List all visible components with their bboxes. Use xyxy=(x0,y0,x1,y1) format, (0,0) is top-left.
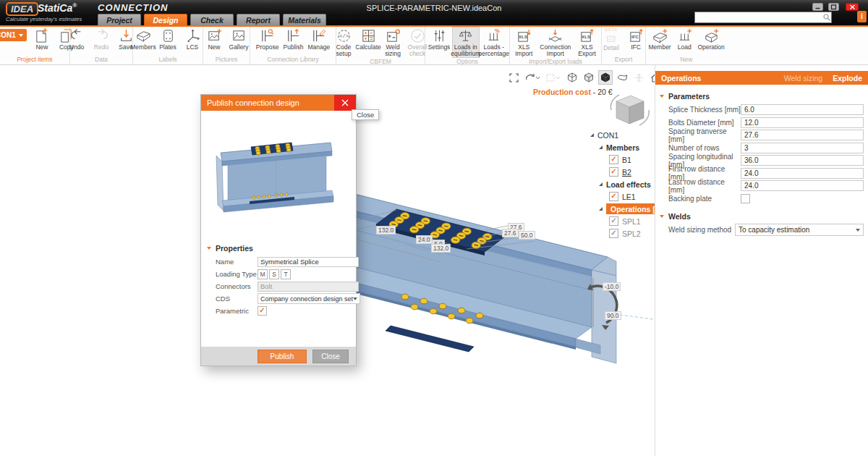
info-button[interactable]: i xyxy=(857,11,867,22)
tree-group-operations[interactable]: Operations [P] xyxy=(590,203,654,215)
explode-action[interactable]: Explode xyxy=(833,74,862,83)
tree-item-b1[interactable]: ✓ B1 xyxy=(590,153,654,166)
publish-button[interactable]: Publish xyxy=(281,27,305,51)
weld-sizing-action[interactable]: Weld sizing xyxy=(784,74,823,83)
parametric-checkbox[interactable]: ✓ xyxy=(258,306,267,316)
expander-icon[interactable] xyxy=(590,133,594,137)
minimize-icon xyxy=(814,4,821,10)
expander-icon[interactable] xyxy=(599,145,603,149)
production-cost: Production cost - 20 € xyxy=(533,88,613,96)
cds-select[interactable]: Company connection design set xyxy=(258,293,360,304)
zoom-fit-button[interactable] xyxy=(506,70,521,85)
minimize-button[interactable] xyxy=(812,3,823,11)
welds-view-button[interactable] xyxy=(615,70,629,85)
new-operation-button[interactable]: Operation xyxy=(697,27,725,51)
3d-viewport[interactable]: 132.0 24.0 6.0 132.0 27.6 27.6 50.0 -10.… xyxy=(0,65,655,456)
first-row-distance-input[interactable] xyxy=(741,168,864,179)
new-picture-button[interactable]: New xyxy=(203,27,226,51)
welds-section-header[interactable]: Welds xyxy=(660,212,868,221)
solid-view-button[interactable] xyxy=(598,70,613,85)
detail-export-button[interactable]: BETA Detail xyxy=(600,27,623,52)
manage-button[interactable]: Manage xyxy=(306,27,331,51)
bolts-diameter-input[interactable] xyxy=(741,117,864,128)
code-setup-button[interactable]: </> Code setup xyxy=(332,27,355,58)
tab-materials[interactable]: Materials xyxy=(283,14,326,25)
tree-item-spl1[interactable]: ✓ SPL1 xyxy=(590,215,654,227)
close-button[interactable] xyxy=(846,3,859,11)
panel-title: Operations xyxy=(661,74,774,83)
xls-import-button[interactable]: XLS XLS Import xyxy=(512,27,536,58)
tab-design[interactable]: Design xyxy=(144,14,187,25)
members-labels-toggle[interactable]: Members xyxy=(132,27,155,51)
axes-cross-icon xyxy=(634,73,644,83)
calculate-button[interactable]: Calculate xyxy=(357,27,380,51)
search-input[interactable] xyxy=(695,13,822,22)
new-load-button[interactable]: Load xyxy=(673,27,696,51)
weld-sizing-button[interactable]: Weld sizing xyxy=(381,27,404,58)
name-field[interactable] xyxy=(258,257,359,267)
checkbox-checked[interactable]: ✓ xyxy=(609,229,618,238)
dialog-close-button[interactable] xyxy=(334,95,356,111)
search-box[interactable] xyxy=(694,12,832,23)
shaded-edges-view-button[interactable] xyxy=(582,70,596,85)
wireframe-view-button[interactable] xyxy=(565,70,579,85)
xls-export-button[interactable]: XLS XLS Export xyxy=(575,27,599,58)
publish-dialog-button[interactable]: Publish xyxy=(258,350,307,363)
loads-in-equilibrium-toggle[interactable]: Loads in equilibrium xyxy=(452,27,480,58)
orbit-button[interactable] xyxy=(523,70,542,85)
spacing-longitudinal-input[interactable] xyxy=(741,155,864,166)
connection-selector[interactable]: CON1 xyxy=(0,29,27,41)
checkbox-checked[interactable]: ✓ xyxy=(609,167,618,177)
redo-button[interactable]: Redo xyxy=(90,27,113,51)
undo-button[interactable]: Undo xyxy=(65,27,88,51)
lcs-labels-toggle[interactable]: LCS xyxy=(181,27,204,51)
last-row-distance-input[interactable] xyxy=(741,180,864,191)
new-member-button[interactable]: Member xyxy=(648,27,671,51)
propose-button[interactable]: Propose xyxy=(255,27,281,51)
loading-type-t-toggle[interactable]: T xyxy=(281,269,291,279)
maximize-button[interactable] xyxy=(828,3,839,11)
parameters-section-header[interactable]: Parameters xyxy=(660,92,868,101)
spacing-transverse-input[interactable] xyxy=(741,130,864,140)
navigation-cube[interactable] xyxy=(610,95,649,125)
expander-icon[interactable] xyxy=(599,207,603,211)
checkbox-checked[interactable]: ✓ xyxy=(609,192,618,201)
maximize-icon xyxy=(830,4,837,10)
selection-mode-button[interactable] xyxy=(544,70,563,85)
supports-view-button[interactable] xyxy=(631,70,646,85)
dialog-header[interactable]: Publish connection design xyxy=(201,95,356,111)
chevron-down-icon xyxy=(856,229,860,232)
settings-button[interactable]: Settings xyxy=(427,27,451,51)
tree-item-le1[interactable]: ✓ LE1 xyxy=(590,190,654,203)
tree-group-members[interactable]: Members xyxy=(590,141,654,153)
loads-percentage-toggle[interactable]: % Loads - percentage xyxy=(481,27,507,58)
backing-plate-checkbox[interactable] xyxy=(741,194,750,203)
tree-group-load-effects[interactable]: Load effects xyxy=(590,178,654,190)
number-of-rows-input[interactable] xyxy=(741,143,864,153)
overall-check-button[interactable]: Overall check xyxy=(406,27,429,58)
splice-thickness-input[interactable] xyxy=(741,104,864,115)
new-project-item-button[interactable]: New xyxy=(30,27,54,51)
chevron-down-icon[interactable] xyxy=(207,247,211,250)
connection-upload-icon xyxy=(285,28,302,44)
connection-import-button[interactable]: Connection Import xyxy=(537,27,574,58)
tab-project[interactable]: Project xyxy=(98,14,141,25)
expander-icon[interactable] xyxy=(599,182,603,186)
plates-labels-toggle[interactable]: Plates xyxy=(156,27,179,51)
dialog-properties-section: Properties xyxy=(207,244,356,253)
loading-type-s-toggle[interactable]: S xyxy=(269,269,279,279)
dialog-title: Publish connection design xyxy=(201,98,334,107)
checkbox-checked[interactable]: ✓ xyxy=(609,216,618,226)
gallery-button[interactable]: Gallery xyxy=(227,27,250,51)
tab-report[interactable]: Report xyxy=(237,14,280,25)
tree-item-spl2[interactable]: ✓ SPL2 xyxy=(590,227,654,240)
ifc-export-button[interactable]: IFC IFC xyxy=(624,27,647,51)
loading-type-m-toggle[interactable]: M xyxy=(258,269,268,279)
tree-root-con1[interactable]: CON1 xyxy=(590,129,654,141)
tab-check[interactable]: Check xyxy=(190,14,234,25)
close-dialog-button[interactable]: Close xyxy=(312,350,349,363)
checkbox-checked[interactable]: ✓ xyxy=(609,155,618,164)
weld-sizing-method-select[interactable]: To capacity estimation xyxy=(735,224,864,236)
document-title: SPLICE-PARAMETRIC-NEW.ideaCon xyxy=(367,4,502,12)
tree-item-b2[interactable]: ✓ B2 xyxy=(590,166,654,178)
